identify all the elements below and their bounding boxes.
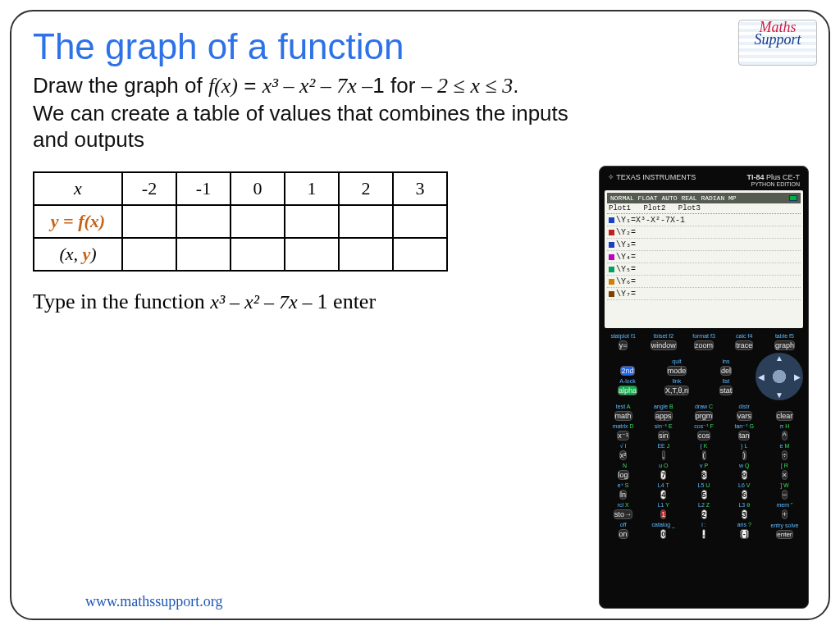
type-expr: x³ – x² – 7x – xyxy=(210,291,317,313)
key-row: matrix Dx⁻¹sin⁻¹ Esincos⁻¹ Fcostan⁻¹ Gta… xyxy=(605,423,803,441)
xy-cell xyxy=(393,238,447,271)
key-x[interactable]: x⁻¹ xyxy=(617,431,629,441)
key-apps[interactable]: apps xyxy=(655,411,673,421)
del-key[interactable]: del xyxy=(720,366,732,376)
key-[interactable]: × xyxy=(782,470,788,480)
dpad[interactable]: ▲ ▼ ◀ ▶ xyxy=(756,353,803,400)
plot3: Plot3 xyxy=(678,204,701,212)
status-text: NORMAL FLOAT AUTO REAL RADIAN MP xyxy=(610,194,737,202)
instruction-text: Draw the graph of f(x) = x³ – x² – 7x –1… xyxy=(33,72,591,153)
mode-key[interactable]: mode xyxy=(667,366,687,376)
key-row: rcl Xsto→L1 Y1L2 Z2L3 θ3mem "+ xyxy=(605,502,803,519)
key-ln[interactable]: ln xyxy=(619,490,627,500)
arrow-right-icon[interactable]: ▶ xyxy=(794,372,801,381)
key-label: A-lock xyxy=(619,378,635,385)
key-5[interactable]: 5 xyxy=(701,490,707,500)
key-math[interactable]: math xyxy=(614,411,632,421)
y-label: \Y₂= xyxy=(616,228,636,237)
logo-line2: Support xyxy=(754,34,801,46)
key-log[interactable]: log xyxy=(618,470,629,480)
key-label: draw C xyxy=(695,404,713,410)
key-label: ins xyxy=(723,358,730,365)
key-x[interactable]: x² xyxy=(619,450,628,460)
key-clear[interactable]: clear xyxy=(776,411,794,421)
key-vars[interactable]: vars xyxy=(737,411,752,421)
fkey-label: format f3 xyxy=(692,333,715,340)
const-one: 1 xyxy=(372,73,384,98)
key-label: √ I xyxy=(620,443,627,450)
zoom-key[interactable]: zoom xyxy=(694,340,714,350)
y-pre: y = xyxy=(51,211,78,231)
key-[interactable]: − xyxy=(782,490,788,500)
key-label: eˣ S xyxy=(618,482,629,489)
x-cell: 3 xyxy=(393,172,447,205)
key-[interactable]: ) xyxy=(742,450,746,460)
battery-icon xyxy=(789,195,797,201)
key-on[interactable]: on xyxy=(619,529,628,539)
y1-line: \Y₁=X³-X²-7X-1 xyxy=(607,214,801,226)
y-equals-key[interactable]: y= xyxy=(619,340,628,350)
key-3[interactable]: 3 xyxy=(742,509,747,519)
xton-key[interactable]: X,T,θ,n xyxy=(664,386,689,395)
key-label: angle B xyxy=(654,404,673,410)
key-0[interactable]: 0 xyxy=(660,529,666,539)
fkey-label: calc f4 xyxy=(736,333,752,340)
fkey-label: tblset f2 xyxy=(654,333,674,340)
arrow-left-icon[interactable]: ◀ xyxy=(758,372,765,381)
y-line: \Y₄= xyxy=(607,251,801,263)
key-sto[interactable]: sto→ xyxy=(614,509,632,519)
key-label: catalog _ xyxy=(652,522,675,528)
y1-expr: \Y₁=X³-X²-7X-1 xyxy=(616,216,685,225)
key-8[interactable]: 8 xyxy=(701,470,707,480)
key-2[interactable]: 2 xyxy=(701,509,707,519)
key-[interactable]: . xyxy=(702,529,706,539)
key-cos[interactable]: cos xyxy=(697,431,710,441)
xy-cell xyxy=(122,238,176,271)
key-label: sin⁻¹ E xyxy=(655,423,673,430)
key-label: L4 T xyxy=(658,482,669,489)
key-tan[interactable]: tan xyxy=(738,431,751,441)
stat-key[interactable]: stat xyxy=(719,386,733,395)
x-cell: -2 xyxy=(122,172,176,205)
key-7[interactable]: 7 xyxy=(660,470,666,480)
key-4[interactable]: 4 xyxy=(660,490,666,500)
arrow-down-icon[interactable]: ▼ xyxy=(775,390,783,399)
key-label: L3 θ xyxy=(738,502,750,509)
footer-link[interactable]: www.mathssupport.org xyxy=(85,593,223,610)
arrow-up-icon[interactable]: ▲ xyxy=(775,354,783,363)
second-key[interactable]: 2nd xyxy=(620,366,634,376)
key-[interactable]: ( xyxy=(702,450,706,460)
y-line: \Y₅= xyxy=(607,263,801,276)
xy-cell xyxy=(339,238,393,271)
key-enter[interactable]: enter xyxy=(776,530,792,539)
key-label: tan⁻¹ G xyxy=(734,423,753,430)
key-label: v P xyxy=(700,463,708,469)
key-prgm[interactable]: prgm xyxy=(695,411,714,421)
key-[interactable]: , xyxy=(662,450,666,460)
key-sin[interactable]: sin xyxy=(658,431,669,441)
paren-open: ( xyxy=(59,244,65,264)
key-label: L6 V xyxy=(738,482,750,489)
instr-line2: We can create a table of values that com… xyxy=(33,101,568,153)
y-label: \Y₄= xyxy=(616,253,636,262)
period: . xyxy=(513,73,518,98)
window-key[interactable]: window xyxy=(651,340,677,350)
key-[interactable]: + xyxy=(782,509,788,519)
x-cell: 1 xyxy=(285,172,339,205)
key-6[interactable]: 6 xyxy=(742,490,747,500)
brand-model: TI-84 xyxy=(746,173,764,181)
row-xy-header: (x, y) xyxy=(34,238,122,271)
trace-key[interactable]: trace xyxy=(735,340,753,350)
row-y-header: y = f(x) xyxy=(34,205,122,238)
key-label: L5 U xyxy=(698,482,710,489)
key-1[interactable]: 1 xyxy=(660,509,666,519)
alpha-key[interactable]: alpha xyxy=(618,386,637,395)
x-cell: 0 xyxy=(231,172,285,205)
key-[interactable]: (-) xyxy=(740,529,749,539)
graph-key[interactable]: graph xyxy=(774,340,795,350)
key-[interactable]: ÷ xyxy=(782,450,788,460)
key-[interactable]: ^ xyxy=(782,431,787,441)
key-9[interactable]: 9 xyxy=(742,470,747,480)
fkey-label: statplot f1 xyxy=(610,333,635,340)
xy-x: x xyxy=(66,244,74,264)
